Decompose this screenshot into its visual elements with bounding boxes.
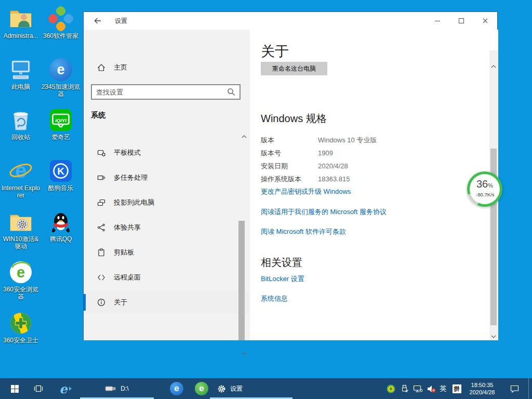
minimize-button[interactable]	[425, 12, 449, 30]
nav-scroll-down-icon[interactable]	[241, 351, 247, 356]
desktop-icon-label: 腾讯QQ	[41, 235, 81, 243]
taskbar-2345-browser-button[interactable]: e	[166, 378, 187, 399]
360-speed-float-badge[interactable]: 36% ↓80.7K/s	[467, 171, 502, 207]
this-pc-icon	[8, 57, 33, 82]
spec-row-os-build: 操作系统版本 18363.815	[261, 172, 350, 185]
start-button[interactable]	[4, 378, 25, 399]
task-view-button[interactable]	[28, 378, 49, 399]
svg-text:e: e	[17, 264, 25, 281]
iqiyi-icon: iQIYI	[48, 108, 73, 132]
tray-volume-muted-icon[interactable]	[424, 378, 438, 399]
windows-logo-icon	[11, 385, 19, 393]
titlebar: 设置	[84, 12, 497, 30]
desktop-icon-label: 360安全卫士	[1, 337, 41, 344]
maximize-button[interactable]	[449, 12, 473, 30]
nav-item-tablet-mode[interactable]: 平板模式	[84, 141, 250, 164]
settings-button-label: 设置	[230, 384, 243, 393]
tray-clock[interactable]: 18:50:35 2020/4/28	[463, 378, 501, 399]
windows-spec-heading: Windows 规格	[261, 112, 327, 126]
desktop-icon-label: Administra...	[1, 32, 41, 39]
nav-item-multitasking[interactable]: 多任务处理	[84, 166, 250, 189]
minimize-icon	[433, 17, 442, 25]
internet-explorer-icon: e	[8, 158, 33, 183]
rename-pc-button[interactable]: 重命名这台电脑	[261, 62, 327, 75]
desktop-icon-tencent-qq[interactable]: 腾讯QQ	[41, 209, 81, 243]
taskbar-ie-button[interactable]: e	[54, 378, 77, 399]
nav-item-home[interactable]: 主页	[84, 56, 250, 79]
action-center-button[interactable]	[504, 378, 525, 399]
page-title: 关于	[261, 42, 289, 61]
desktop-icon-label: 360安全浏览器	[1, 286, 41, 300]
badge-download-speed: ↓80.7K/s	[470, 192, 500, 197]
back-arrow-icon	[93, 16, 102, 25]
taskbar-settings-button[interactable]: 设置	[209, 378, 294, 399]
services-agreement-link[interactable]: 阅读适用于我们服务的 Microsoft 服务协议	[261, 207, 387, 217]
administrator-folder-icon	[8, 6, 33, 31]
multitasking-icon	[97, 174, 105, 182]
action-center-icon	[510, 384, 520, 393]
tray-ime-indicator[interactable]: 拼	[450, 378, 463, 399]
gear-icon	[217, 384, 226, 393]
content-scroll-down-icon[interactable]	[490, 334, 497, 339]
desktop-icon-360-secure-browser[interactable]: e 360安全浏览器	[1, 260, 41, 300]
nav-home-label: 主页	[114, 63, 127, 72]
spec-row-version: 版本号 1909	[261, 147, 333, 159]
nav-item-about[interactable]: 关于	[84, 291, 250, 314]
nav-item-clipboard[interactable]: 剪贴板	[84, 241, 250, 264]
content-scroll-up-icon[interactable]	[490, 64, 497, 69]
license-terms-link[interactable]: 阅读 Microsoft 软件许可条款	[261, 227, 346, 236]
taskbar-explorer-d-drive-button[interactable]: D:\	[79, 378, 155, 399]
taskbar: e D:\ e e 设置 英 拼 18:50:35 2020/4/28	[0, 378, 532, 399]
nav-scroll-up-icon[interactable]	[241, 134, 247, 139]
spec-row-edition: 版本 Windows 10 专业版	[261, 134, 377, 147]
close-icon	[481, 17, 489, 25]
show-desktop-button[interactable]	[528, 378, 532, 399]
desktop-icon-360-safe-guard[interactable]: 360安全卫士	[1, 311, 41, 344]
tray-360-safe-icon[interactable]	[385, 378, 396, 399]
desktop-icon-win10-activate-driver[interactable]: WIN10激活&驱动	[1, 209, 41, 250]
tray-network-icon[interactable]	[411, 378, 424, 399]
search-icon[interactable]	[227, 88, 235, 96]
nav-scrollbar-thumb[interactable]	[238, 221, 245, 340]
svg-text:e: e	[15, 159, 26, 182]
desktop-icon-360-software-manager[interactable]: 360软件管家	[41, 6, 81, 39]
window-title: 设置	[115, 12, 127, 30]
back-button[interactable]	[89, 12, 107, 30]
home-icon	[97, 63, 105, 72]
settings-nav: 主页 系统 平板模式 多任务处理 投影到此电脑 体验共享 剪贴板	[84, 30, 250, 340]
clipboard-icon	[97, 248, 105, 257]
nav-item-shared-experiences[interactable]: 体验共享	[84, 216, 250, 239]
tray-usb-icon[interactable]	[398, 378, 410, 399]
desktop-icon-label: 2345加速浏览器	[41, 83, 81, 98]
desktop-icon-label: 360软件管家	[41, 32, 81, 39]
internet-explorer-icon: e	[59, 381, 67, 396]
desktop-icon-2345-browser[interactable]: e 2345加速浏览器	[41, 57, 81, 98]
change-product-key-link[interactable]: 更改产品密钥或升级 Windows	[261, 187, 351, 196]
desktop-icon-administrator[interactable]: Administra...	[1, 6, 41, 39]
close-button[interactable]	[473, 12, 497, 30]
bitlocker-settings-link[interactable]: BitLocker 设置	[261, 274, 304, 284]
desktop-icon-kugou-music[interactable]: K 酷狗音乐	[41, 158, 81, 192]
desktop-icon-iqiyi[interactable]: iQIYI 爱奇艺	[41, 108, 81, 141]
badge-percent: 36%	[470, 179, 500, 191]
360-secure-browser-icon: e	[8, 260, 33, 285]
tray-language-indicator[interactable]: 英	[438, 378, 448, 399]
nav-item-remote-desktop[interactable]: 远程桌面	[84, 266, 250, 289]
desktop-icon-label: 爱奇艺	[41, 134, 81, 141]
selected-accent-bar	[84, 294, 86, 311]
kugou-music-icon: K	[48, 158, 73, 183]
task-view-icon	[34, 384, 43, 393]
clock-date: 2020/4/28	[470, 389, 495, 396]
desktop-icon-this-pc[interactable]: 此电脑	[1, 57, 41, 90]
spec-row-installed-on: 安装日期 2020/4/28	[261, 159, 348, 172]
explorer-button-label: D:\	[121, 385, 128, 392]
system-info-link[interactable]: 系统信息	[261, 294, 288, 303]
nav-item-projecting[interactable]: 投影到此电脑	[84, 191, 250, 214]
desktop-icon-recycle-bin[interactable]: 回收站	[1, 108, 41, 141]
desktop-icon-label: 酷狗音乐	[41, 184, 81, 192]
desktop-icon-internet-explorer[interactable]: e Internet Explorer	[1, 158, 41, 199]
desktop-icon-label: 回收站	[1, 134, 41, 141]
projecting-icon	[97, 198, 105, 207]
shared-experiences-icon	[97, 223, 105, 232]
search-input[interactable]	[92, 88, 227, 96]
